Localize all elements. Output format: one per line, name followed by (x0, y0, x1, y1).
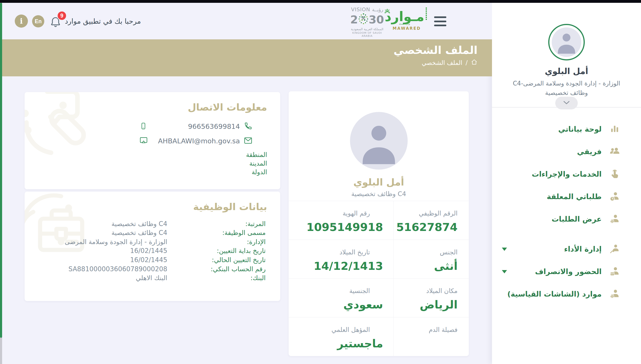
job-row: الإدارة:الوزارة - إدارة الجودة وسلامة ال… (24, 237, 266, 246)
sidebar-item-services[interactable]: الخدمات والإجراءات (492, 163, 641, 185)
breadcrumb: / الملف الشخصي (2, 59, 478, 67)
profile-avatar (350, 112, 408, 170)
page-title: الملف الشخصي (2, 39, 478, 56)
chevron-down-icon (563, 100, 570, 106)
sidebar-item-performance[interactable]: إدارة الأداء (492, 238, 641, 260)
field-employee-number: الرقم الوظيفي51627874 (393, 201, 469, 240)
screen-share-icon[interactable] (140, 137, 148, 145)
contact-card-title: معلومات الاتصال (24, 92, 280, 113)
sidebar-user-name: أمل البلوي (492, 66, 641, 76)
sidebar-item-label: إدارة الأداء (564, 245, 602, 253)
phone-icon (244, 122, 252, 131)
email-row: AHBALAWI@moh.gov.sa (140, 134, 252, 148)
profile-summary-card: أمل البلوي C4 وظائف تخصيصية الرقم الوظيف… (289, 91, 469, 356)
sidebar-avatar[interactable] (548, 24, 585, 60)
home-icon[interactable] (471, 59, 478, 67)
collapse-profile-button[interactable] (555, 97, 578, 110)
profile-name: أمل البلوي (289, 176, 469, 188)
vision2030-emblem-icon (358, 13, 369, 26)
browser-top-strip (0, 0, 641, 3)
bell-icon (50, 25, 61, 28)
caret-down-icon (502, 270, 507, 273)
job-card-title: بيانات الوظيفية (24, 192, 280, 213)
sidebar-menu: لوحة بياناتي فريقي الخدمات والإجراءات طل… (492, 108, 641, 305)
team-icon (609, 146, 621, 158)
breadcrumb-separator: / (466, 59, 468, 66)
job-row: رقم الحساب البنكي:SA88100000360607890002… (24, 264, 266, 273)
field-nationality: الجنسيةسعودي (289, 278, 393, 318)
contact-info-card: معلومات الاتصال 966563699814 (24, 92, 280, 189)
mawared-dots-icon (426, 8, 428, 22)
phone-row: 966563699814 (140, 120, 252, 133)
sidebar-item-label: فريقي (577, 147, 602, 156)
vision2030-logo: VISIONرؤيــة 2 30 المملكة العربية السعود… (348, 6, 386, 38)
job-info-card: بيانات الوظيفية المرتبة:C4 وظائف تخصيصية… (24, 192, 280, 301)
user-avatar-icon (352, 115, 406, 170)
field-national-id: رقم الهوية1095149918 (289, 201, 393, 240)
info-button[interactable]: i (15, 14, 28, 28)
job-row: تاريخ بداية التعيين:16/02/1445 (24, 246, 266, 255)
sidebar-divider (492, 107, 641, 108)
job-row: مسمى الوظيفة:C4 وظائف تخصيصية (24, 228, 266, 237)
city-link[interactable]: المدينة (24, 159, 267, 168)
sidebar-item-label: الحضور والانصراف (535, 267, 602, 276)
field-birth-place: مكان الميلادالرياض (393, 278, 469, 318)
sidebar-item-my-team[interactable]: فريقي (492, 140, 641, 163)
phone-number[interactable]: 966563699814 (188, 122, 240, 130)
sidebar-item-dashboard[interactable]: لوحة بياناتي (492, 118, 641, 140)
mawared-app-page: أمل البلوي الوزارة - إدارة الجودة وسلامة… (0, 0, 641, 364)
field-gender: الجنسأنثى (393, 240, 469, 279)
person-clock-icon (609, 190, 621, 202)
sidebar-item-label: عرض الطلبات (552, 215, 602, 223)
sidebar-item-mawared-screens[interactable]: موارد (الشاشات القياسية) (492, 283, 641, 305)
person-calendar-icon (609, 266, 621, 278)
sidebar-item-label: موارد (الشاشات القياسية) (508, 290, 602, 298)
breadcrumb-current: الملف الشخصي (422, 59, 462, 66)
email-address[interactable]: AHBALAWI@moh.gov.sa (158, 137, 240, 145)
country-link[interactable]: الدولة (24, 168, 267, 176)
language-button[interactable]: En (32, 15, 44, 28)
sidebar-item-view-requests[interactable]: عرض الطلبات (492, 208, 641, 230)
sidebar-item-attendance[interactable]: الحضور والانصراف (492, 260, 641, 283)
person-printer-icon (609, 288, 621, 300)
profile-job-title: C4 وظائف تخصيصية (289, 190, 469, 198)
user-avatar-icon (553, 28, 580, 57)
sidebar-item-label: الخدمات والإجراءات (532, 170, 602, 178)
page-banner: الملف الشخصي / الملف الشخصي (2, 39, 492, 76)
notifications-button[interactable]: 9 (50, 16, 61, 28)
field-education: المؤهل العلميماجستير (289, 318, 393, 356)
sidebar-item-label: لوحة بياناتي (558, 125, 602, 133)
envelope-icon (244, 137, 252, 145)
job-row: تاريخ التعيين الحالي:16/02/1445 (24, 255, 266, 264)
smartphone-icon[interactable] (140, 122, 147, 131)
job-row: المرتبة:C4 وظائف تخصيصية (24, 219, 266, 228)
welcome-text: مرحبا بك في تطبيق موارد (65, 3, 141, 39)
hamburger-menu-button[interactable] (434, 16, 446, 26)
moh-emblem-icon (383, 8, 391, 16)
sidebar: أمل البلوي الوزارة - إدارة الجودة وسلامة… (492, 3, 641, 364)
field-blood-type: فصيلة الدم (393, 318, 469, 356)
profile-fields-grid: الرقم الوظيفي51627874 رقم الهوية10951499… (289, 201, 469, 356)
person-printer-icon (609, 213, 621, 225)
topbar: i En 9 مرحبا بك في تطبيق موارد VISIONرؤي… (2, 3, 492, 39)
touch-hand-icon (609, 168, 621, 180)
region-link[interactable]: المنطقة (24, 150, 267, 159)
mawared-logo: مـوارد وزارة الصحة MAWARED (389, 10, 424, 31)
sidebar-item-pending-requests[interactable]: طلباتي المعلقة (492, 185, 641, 208)
page-scrollbar[interactable] (0, 3, 2, 364)
person-trend-icon (609, 243, 621, 255)
field-birth-date: تاريخ الميلاد14/12/1413 (289, 240, 393, 279)
job-row: البنك:البنك الاهلي (24, 273, 266, 282)
bar-chart-icon (609, 123, 621, 135)
sidebar-item-label: طلباتي المعلقة (547, 192, 602, 201)
caret-down-icon (502, 248, 507, 251)
sidebar-user-title: الوزارة - إدارة الجودة وسلامة المرضى-C4 … (509, 79, 624, 98)
scrollbar-thumb[interactable] (0, 3, 2, 338)
